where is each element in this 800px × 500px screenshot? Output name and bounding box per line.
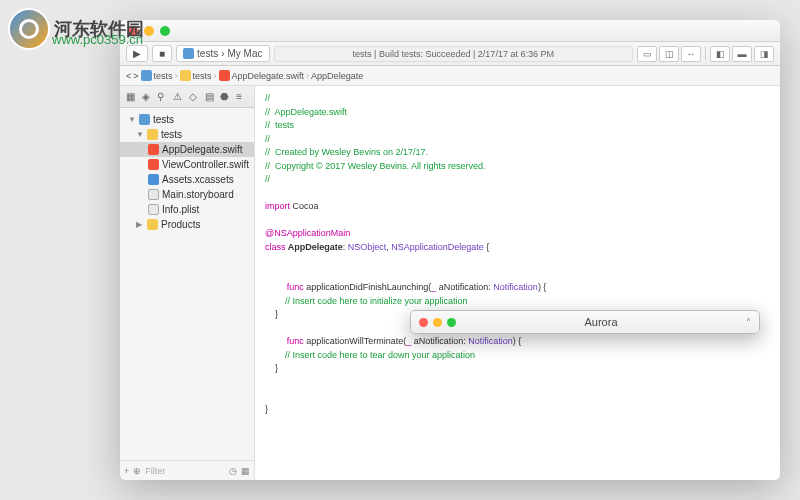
- separator: [705, 46, 706, 60]
- tree-file-storyboard[interactable]: Main.storyboard: [120, 187, 254, 202]
- project-navigator-icon[interactable]: ▦: [126, 91, 138, 103]
- swift-icon: [219, 70, 230, 81]
- source-editor[interactable]: // // AppDelegate.swift // tests // // C…: [255, 86, 780, 480]
- disclosure-icon[interactable]: ▼: [128, 115, 136, 124]
- minimize-button[interactable]: [144, 26, 154, 36]
- tree-file-viewcontroller[interactable]: ViewController.swift: [120, 157, 254, 172]
- editor-version-icon[interactable]: ↔: [681, 46, 701, 62]
- report-navigator-icon[interactable]: ≡: [236, 91, 248, 103]
- stop-icon: ■: [159, 48, 165, 59]
- symbol-navigator-icon[interactable]: ◈: [142, 91, 154, 103]
- logo-icon: [8, 8, 50, 50]
- window-title: Aurora: [456, 316, 746, 328]
- titlebar[interactable]: [120, 20, 780, 42]
- chevron-right-icon: ›: [306, 71, 309, 81]
- activity-viewer[interactable]: tests | Build tests: Succeeded | 2/17/17…: [274, 46, 633, 62]
- device-label: My Mac: [228, 48, 263, 59]
- chevron-up-icon[interactable]: ˄: [746, 317, 751, 328]
- zoom-button[interactable]: [447, 318, 456, 327]
- breakpoint-navigator-icon[interactable]: ⬣: [220, 91, 232, 103]
- scheme-sep: ›: [221, 48, 224, 59]
- stop-button[interactable]: ■: [152, 45, 172, 62]
- test-navigator-icon[interactable]: ◇: [189, 91, 201, 103]
- main-area: ▦ ◈ ⚲ ⚠ ◇ ▤ ⬣ ≡ ▼tests ▼tests AppDelegat…: [120, 86, 780, 480]
- scheme-selector[interactable]: tests › My Mac: [176, 45, 269, 62]
- folder-icon: [147, 219, 158, 230]
- nav-forward-button[interactable]: >: [133, 71, 138, 81]
- swift-icon: [148, 159, 159, 170]
- disclosure-icon[interactable]: ▶: [136, 220, 144, 229]
- app-icon: [183, 48, 194, 59]
- navigator-filter-bar: + ⊕ Filter ◷ ▦: [120, 460, 254, 480]
- add-button[interactable]: +: [124, 466, 129, 476]
- issue-navigator-icon[interactable]: ⚠: [173, 91, 185, 103]
- filter-input[interactable]: Filter: [145, 466, 225, 476]
- scheme-label: tests: [197, 48, 218, 59]
- panel-bottom-icon[interactable]: ▬: [732, 46, 752, 62]
- storyboard-icon: [148, 189, 159, 200]
- tree-project[interactable]: ▼tests: [120, 112, 254, 127]
- folder-icon: [180, 70, 191, 81]
- editor-standard-icon[interactable]: ▭: [637, 46, 657, 62]
- toolbar: ▶ ■ tests › My Mac tests | Build tests: …: [120, 42, 780, 66]
- breadcrumb-item[interactable]: AppDelegate.swift: [219, 70, 305, 81]
- navigator: ▦ ◈ ⚲ ⚠ ◇ ▤ ⬣ ≡ ▼tests ▼tests AppDelegat…: [120, 86, 255, 480]
- filter-icon[interactable]: ⊕: [133, 466, 141, 476]
- chevron-right-icon: ›: [175, 71, 178, 81]
- close-button[interactable]: [419, 318, 428, 327]
- project-icon: [139, 114, 150, 125]
- swift-icon: [148, 144, 159, 155]
- zoom-button[interactable]: [160, 26, 170, 36]
- tree-group[interactable]: ▼tests: [120, 127, 254, 142]
- scm-icon[interactable]: ▦: [241, 466, 250, 476]
- plist-icon: [148, 204, 159, 215]
- tree-file-appdelegate[interactable]: AppDelegate.swift: [120, 142, 254, 157]
- panel-right-icon[interactable]: ◨: [754, 46, 774, 62]
- aurora-window[interactable]: Aurora ˄: [410, 310, 760, 334]
- tree-file-assets[interactable]: Assets.xcassets: [120, 172, 254, 187]
- disclosure-icon[interactable]: ▼: [136, 130, 144, 139]
- jump-bar: < > tests › tests › AppDelegate.swift › …: [120, 66, 780, 86]
- editor-assistant-icon[interactable]: ◫: [659, 46, 679, 62]
- find-navigator-icon[interactable]: ⚲: [157, 91, 169, 103]
- breadcrumb-item[interactable]: tests: [141, 70, 173, 81]
- debug-navigator-icon[interactable]: ▤: [205, 91, 217, 103]
- panel-left-icon[interactable]: ◧: [710, 46, 730, 62]
- traffic-lights: [419, 318, 456, 327]
- minimize-button[interactable]: [433, 318, 442, 327]
- tree-file-plist[interactable]: Info.plist: [120, 202, 254, 217]
- breadcrumb-item[interactable]: AppDelegate: [311, 71, 363, 81]
- tree-products[interactable]: ▶Products: [120, 217, 254, 232]
- assets-icon: [148, 174, 159, 185]
- navigator-tabs: ▦ ◈ ⚲ ⚠ ◇ ▤ ⬣ ≡: [120, 86, 254, 108]
- chevron-right-icon: ›: [214, 71, 217, 81]
- project-icon: [141, 70, 152, 81]
- nav-back-button[interactable]: <: [126, 71, 131, 81]
- xcode-window: ▶ ■ tests › My Mac tests | Build tests: …: [120, 20, 780, 480]
- recent-icon[interactable]: ◷: [229, 466, 237, 476]
- folder-icon: [147, 129, 158, 140]
- watermark-url: www.pc0359.cn: [52, 32, 143, 47]
- toolbar-right: ▭ ◫ ↔ ◧ ▬ ◨: [637, 46, 774, 62]
- project-tree: ▼tests ▼tests AppDelegate.swift ViewCont…: [120, 108, 254, 460]
- breadcrumb-item[interactable]: tests: [180, 70, 212, 81]
